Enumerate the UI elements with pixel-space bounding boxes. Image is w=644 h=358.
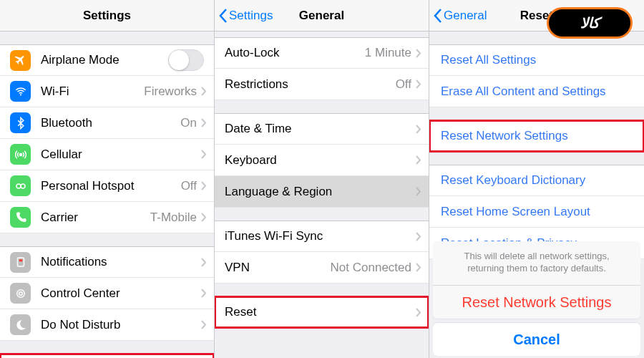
sheet-message: This will delete all network settings, r…	[433, 241, 640, 286]
chevron-right-icon	[416, 125, 421, 134]
sheet-cancel-button[interactable]: Cancel	[433, 323, 640, 356]
moon-icon	[10, 314, 31, 335]
chevron-right-icon	[201, 181, 207, 190]
row-language[interactable]: Language & Region	[215, 176, 429, 208]
row-label: Carrier	[41, 211, 150, 225]
row-label: Control Center	[41, 286, 201, 301]
row-value: On	[180, 116, 197, 130]
panel-general: Settings General Auto-Lock 1 Minute Rest…	[215, 0, 429, 358]
row-label: Reset Network Settings	[441, 129, 568, 143]
sheet-destructive-button[interactable]: Reset Network Settings	[433, 286, 640, 319]
row-hotspot[interactable]: Personal Hotspot Off	[0, 170, 214, 202]
row-general[interactable]: General	[0, 354, 214, 358]
row-notifications[interactable]: Notifications	[0, 246, 214, 278]
row-autolock[interactable]: Auto-Lock 1 Minute	[215, 37, 429, 69]
row-keyboard[interactable]: Keyboard	[215, 145, 429, 176]
row-bluetooth[interactable]: Bluetooth On	[0, 107, 214, 139]
row-value: Fireworks	[144, 84, 197, 99]
row-label: Reset Home Screen Layout	[441, 205, 590, 219]
cellular-icon	[10, 144, 31, 165]
airplane-switch[interactable]	[168, 49, 204, 71]
chevron-right-icon	[416, 263, 421, 272]
row-restrictions[interactable]: Restrictions Off	[215, 69, 429, 100]
row-label: Bluetooth	[41, 116, 180, 130]
row-label: iTunes Wi-Fi Sync	[225, 229, 416, 243]
row-label: Airplane Mode	[41, 53, 168, 67]
svg-rect-4	[17, 258, 24, 266]
row-label: Cellular	[41, 147, 201, 162]
row-reset-home[interactable]: Reset Home Screen Layout	[429, 196, 644, 228]
row-airplane[interactable]: Airplane Mode	[0, 44, 214, 76]
wifi-icon	[10, 81, 31, 102]
row-label: Personal Hotspot	[41, 179, 181, 193]
row-cellular[interactable]: Cellular	[0, 139, 214, 170]
panel-settings: Settings Airplane Mode Wi-Fi Fireworks B…	[0, 0, 215, 358]
back-label: General	[444, 9, 487, 23]
back-button[interactable]: General	[434, 9, 487, 23]
row-dnd[interactable]: Do Not Disturb	[0, 309, 214, 341]
svg-point-3	[21, 184, 25, 188]
row-label: Reset	[225, 305, 416, 319]
nav-title: General	[299, 9, 344, 23]
chevron-right-icon	[416, 79, 421, 89]
svg-point-7	[16, 289, 24, 297]
row-reset-network[interactable]: Reset Network Settings	[429, 120, 644, 152]
row-label: Keyboard	[225, 153, 416, 168]
row-value: 1 Minute	[365, 46, 411, 60]
panel-reset: General Reset Reset All Settings Erase A…	[429, 0, 644, 358]
back-label: Settings	[229, 9, 273, 23]
chevron-right-icon	[416, 155, 421, 165]
row-reset[interactable]: Reset	[215, 296, 429, 328]
navbar-settings: Settings	[0, 0, 214, 32]
row-label: Auto-Lock	[225, 46, 365, 60]
svg-point-6	[19, 291, 22, 295]
row-label: Do Not Disturb	[41, 318, 201, 332]
chevron-right-icon	[201, 258, 207, 267]
bluetooth-icon	[10, 112, 31, 133]
row-vpn[interactable]: VPN Not Connected	[215, 252, 429, 284]
row-value: Off	[396, 77, 411, 92]
chevron-right-icon	[416, 232, 421, 241]
row-label: Erase All Content and Settings	[441, 84, 606, 99]
row-reset-all[interactable]: Reset All Settings	[429, 44, 644, 76]
row-reset-keyboard[interactable]: Reset Keyboard Dictionary	[429, 165, 644, 196]
row-label: VPN	[225, 261, 331, 275]
row-erase-all[interactable]: Erase All Content and Settings	[429, 76, 644, 107]
svg-point-2	[16, 184, 21, 188]
row-wifi[interactable]: Wi-Fi Fireworks	[0, 76, 214, 107]
chevron-right-icon	[416, 187, 421, 196]
chevron-right-icon	[201, 150, 207, 159]
watermark-text: كالا	[580, 14, 600, 32]
action-sheet: This will delete all network settings, r…	[433, 241, 640, 356]
row-label: Language & Region	[225, 185, 416, 199]
notifications-icon	[10, 252, 31, 273]
svg-point-0	[19, 94, 21, 95]
row-controlcenter[interactable]: Control Center	[0, 278, 214, 309]
back-button[interactable]: Settings	[219, 9, 273, 23]
chevron-right-icon	[416, 308, 421, 317]
row-label: Reset All Settings	[441, 53, 536, 67]
row-value: Off	[181, 179, 197, 193]
row-label: Reset Keyboard Dictionary	[441, 173, 585, 188]
row-label: Wi-Fi	[41, 84, 144, 99]
navbar-general: Settings General	[215, 0, 429, 32]
hotspot-icon	[10, 175, 31, 196]
row-datetime[interactable]: Date & Time	[215, 113, 429, 145]
row-value: T-Mobile	[150, 211, 197, 225]
svg-point-1	[19, 153, 21, 155]
chevron-right-icon	[201, 320, 207, 329]
chevron-right-icon	[201, 213, 207, 222]
row-label: Date & Time	[225, 122, 416, 136]
airplane-icon	[10, 50, 31, 71]
controlcenter-icon	[10, 283, 31, 304]
row-label: Notifications	[41, 255, 201, 269]
phone-icon	[10, 207, 31, 228]
row-label: Restrictions	[225, 77, 396, 92]
watermark-logo: كالا	[547, 7, 633, 39]
chevron-right-icon	[416, 49, 421, 58]
svg-rect-5	[19, 259, 22, 261]
nav-title: Settings	[83, 9, 131, 23]
row-carrier[interactable]: Carrier T-Mobile	[0, 202, 214, 233]
chevron-right-icon	[201, 289, 207, 298]
row-itunes[interactable]: iTunes Wi-Fi Sync	[215, 221, 429, 252]
